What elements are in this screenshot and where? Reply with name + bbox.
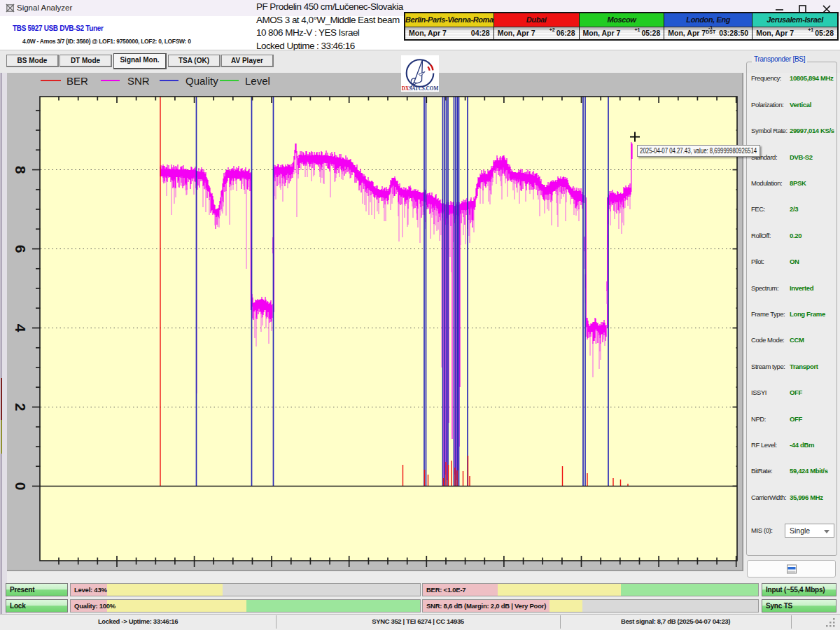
svg-text:8: 8 [13,166,29,174]
svg-text:6: 6 [13,245,29,253]
svg-text:4: 4 [13,324,29,332]
svg-text:DXSATCS.COM: DXSATCS.COM [402,86,439,92]
svg-text:0: 0 [13,482,29,491]
svg-text:2: 2 [13,403,29,412]
